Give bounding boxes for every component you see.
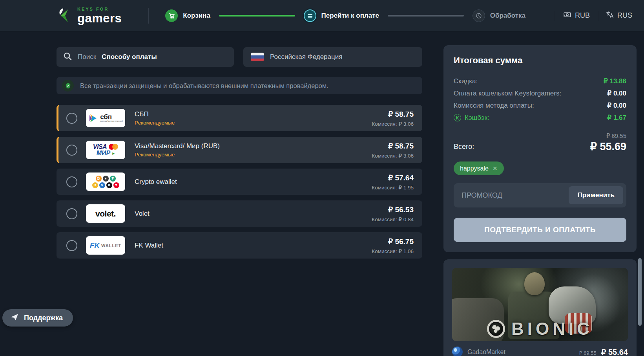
country-selector[interactable]: Российская Федерация bbox=[243, 47, 422, 67]
visa-logo-text: VISA bbox=[93, 144, 107, 150]
currency-label: RUB bbox=[575, 11, 590, 20]
language-label: RUS bbox=[617, 11, 632, 20]
artwork-shape bbox=[524, 272, 545, 295]
radio-button[interactable] bbox=[66, 113, 77, 124]
radio-button[interactable] bbox=[66, 176, 77, 187]
header-controls: RUB RUS bbox=[547, 11, 632, 21]
payment-method-name: FK Wallet bbox=[135, 242, 163, 250]
summary-row-commission: Комиссия метода оплаты: ₽ 0.00 bbox=[454, 99, 626, 112]
seller-avatar bbox=[452, 347, 463, 356]
summary-card: Итоговая сумма Скидка: ₽ 13.86 Оплата ко… bbox=[443, 45, 637, 252]
crypto-coins-logo: ₿ ♦ ₮ B $ ✕ ▼ bbox=[86, 172, 125, 191]
remove-promo-icon[interactable]: ✕ bbox=[493, 165, 498, 172]
wallet-payment-label: Оплата кошельком Keysforgamers: bbox=[454, 90, 561, 97]
logo-k-icon bbox=[56, 7, 73, 24]
step-cart[interactable]: Корзина bbox=[165, 9, 210, 22]
russia-flag-icon bbox=[251, 53, 264, 61]
usdt-icon: ₮ bbox=[110, 176, 116, 182]
radio-button[interactable] bbox=[66, 240, 77, 251]
scrollbar-thumb[interactable] bbox=[638, 258, 642, 326]
recommended-badge: Рекомендуемые bbox=[135, 152, 220, 158]
progress-line-done bbox=[219, 15, 295, 17]
seller-name: GadaoMarket bbox=[467, 349, 505, 356]
header-divider bbox=[148, 8, 149, 24]
payment-price: ₽ 58.75 bbox=[388, 141, 414, 150]
cart-icon bbox=[165, 9, 178, 22]
payment-method-volet[interactable]: volet. Volet ₽ 56.53 Комиссия: ₽ 0.84 bbox=[57, 200, 422, 227]
x-coin-icon: ✕ bbox=[106, 182, 112, 188]
radio-button[interactable] bbox=[66, 145, 77, 156]
btc-icon: ₿ bbox=[96, 176, 102, 182]
cashback-value: ₽ 1.67 bbox=[607, 114, 626, 122]
game-title: BIONIC bbox=[511, 319, 593, 339]
summary-row-discount: Скидка: ₽ 13.86 bbox=[454, 75, 626, 87]
header: KEYS FOR gamers Корзина Перейти к оплате bbox=[0, 0, 644, 31]
payment-method-cards[interactable]: VISA МИР ▸ Visa/Mastercard/ Мир (RUB) Ре… bbox=[57, 137, 422, 163]
mir-logo-text: МИР bbox=[97, 150, 111, 156]
visa-mastercard-mir-logo: VISA МИР ▸ bbox=[86, 141, 125, 159]
fk-wallet-text: WALLET bbox=[101, 243, 121, 248]
radio-button[interactable] bbox=[66, 208, 77, 219]
payment-price: ₽ 58.75 bbox=[388, 110, 414, 119]
payment-method-crypto[interactable]: ₿ ♦ ₮ B $ ✕ ▼ Crypto ewallet ₽ 57.64 Ком… bbox=[57, 169, 422, 195]
promo-code-input[interactable] bbox=[462, 191, 569, 200]
mastercard-icon bbox=[109, 144, 118, 150]
eth-icon: ♦ bbox=[103, 176, 109, 182]
cashback-icon: K bbox=[454, 114, 461, 121]
header-separator bbox=[598, 11, 598, 21]
payment-commission: Комиссия: ₽ 1.95 bbox=[372, 184, 414, 191]
payment-price: ₽ 56.75 bbox=[388, 237, 414, 246]
promo-tag-text: happysale bbox=[460, 165, 489, 172]
total-value: ₽ 55.69 bbox=[590, 140, 626, 153]
checkout-steps: Корзина Перейти к оплате Обработка bbox=[165, 9, 525, 22]
summary-row-cashback: K Кэшбэк: ₽ 1.67 bbox=[454, 112, 626, 124]
security-text: Все транзакции защищены и обрабатываются… bbox=[80, 82, 328, 90]
summary-row-wallet: Оплата кошельком Keysforgamers: ₽ 0.00 bbox=[454, 87, 626, 99]
card-icon bbox=[304, 9, 316, 22]
payment-method-sbp[interactable]: сбп система быстрых платежей СБП Рекомен… bbox=[57, 105, 422, 131]
payment-method-fkwallet[interactable]: FK WALLET FK Wallet ₽ 56.75 Комиссия: ₽ … bbox=[57, 232, 422, 259]
applied-promo-tag[interactable]: happysale ✕ bbox=[454, 161, 504, 175]
discount-value: ₽ 13.86 bbox=[604, 77, 626, 85]
confirm-and-pay-button[interactable]: ПОДТВЕРДИТЬ И ОПЛАТИТЬ bbox=[454, 218, 626, 242]
currency-selector[interactable]: RUB bbox=[563, 11, 590, 20]
step-payment-label: Перейти к оплате bbox=[321, 12, 379, 20]
progress-line-pending bbox=[388, 15, 464, 17]
site-logo[interactable]: KEYS FOR gamers bbox=[56, 7, 122, 24]
discount-label: Скидка: bbox=[454, 77, 478, 85]
total-row: Всего: ₽ 55.69 bbox=[454, 140, 626, 153]
step-cart-label: Корзина bbox=[183, 12, 210, 20]
bnb-icon: B bbox=[92, 182, 98, 188]
commission-label: Комиссия метода оплаты: bbox=[454, 102, 534, 110]
banknote-icon bbox=[563, 11, 571, 20]
header-separator bbox=[555, 11, 555, 21]
logo-name: gamers bbox=[77, 12, 122, 24]
step-payment[interactable]: Перейти к оплате bbox=[304, 9, 379, 22]
payment-price: ₽ 56.53 bbox=[388, 205, 414, 214]
payment-method-name: Volet bbox=[135, 210, 150, 218]
step-processing: Обработка bbox=[473, 9, 525, 22]
logo-tagline: KEYS FOR bbox=[77, 7, 122, 11]
usdc-icon: $ bbox=[99, 182, 105, 188]
volet-logo: volet. bbox=[86, 204, 125, 223]
commission-value: ₽ 0.00 bbox=[607, 101, 626, 110]
total-label: Всего: bbox=[454, 143, 474, 151]
cashback-label: Кэшбэк: bbox=[465, 114, 489, 122]
search-placeholder-prefix: Поиск bbox=[78, 53, 96, 61]
game-cover-image: BIONIC bbox=[452, 268, 628, 341]
fk-logo-text: FK bbox=[90, 241, 100, 250]
search-input[interactable]: Поиск Способу оплаты bbox=[57, 47, 234, 67]
seller-row: GadaoMarket ₽ 69.55 ₽ 55.64 bbox=[452, 347, 628, 356]
item-old-price: ₽ 69.55 bbox=[579, 350, 596, 356]
security-banner: Все транзакции защищены и обрабатываются… bbox=[57, 77, 422, 94]
game-emblem-icon bbox=[487, 320, 505, 338]
order-summary-sidebar: Итоговая сумма Скидка: ₽ 13.86 Оплата ко… bbox=[443, 45, 637, 356]
payment-commission: Комиссия: ₽ 0.84 bbox=[372, 216, 414, 222]
old-total-value: ₽ 69.55 bbox=[454, 132, 626, 139]
sbp-logo-text: сбп bbox=[100, 114, 123, 120]
language-selector[interactable]: RUS bbox=[606, 11, 632, 20]
translate-icon bbox=[606, 11, 614, 20]
support-button[interactable]: Поддержка bbox=[2, 309, 73, 327]
payment-commission: Комиссия: ₽ 3.06 bbox=[372, 121, 414, 127]
apply-promo-button[interactable]: Применить bbox=[569, 186, 623, 204]
